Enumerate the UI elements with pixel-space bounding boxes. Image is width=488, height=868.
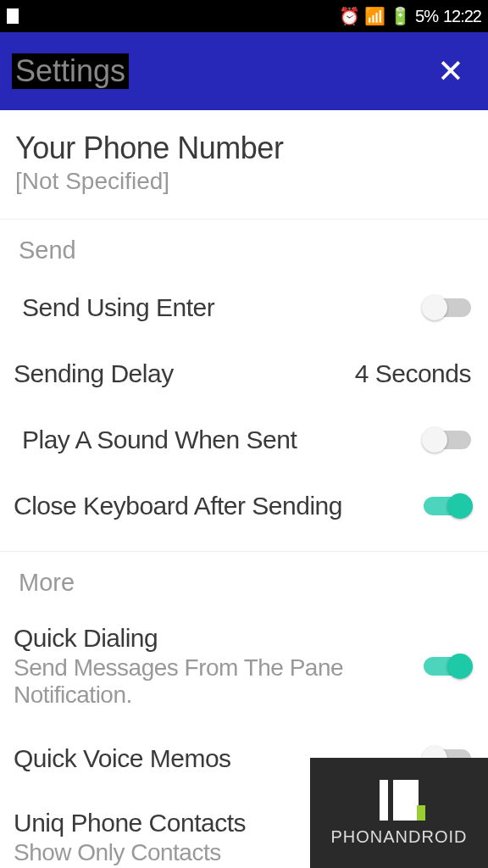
content: Your Phone Number [Not Specified] Send S…: [0, 110, 488, 868]
close-keyboard-toggle[interactable]: [424, 497, 471, 515]
send-using-enter-row[interactable]: Send Using Enter: [0, 275, 488, 341]
notification-icon: [7, 8, 19, 24]
close-icon[interactable]: ✕: [437, 53, 464, 90]
signal-icon: 📶: [364, 6, 385, 26]
more-section-header: More: [0, 552, 488, 607]
play-sound-toggle[interactable]: [424, 431, 471, 449]
send-using-enter-toggle[interactable]: [424, 298, 471, 317]
phone-number-label: Your Phone Number: [15, 131, 473, 166]
close-keyboard-row[interactable]: Close Keyboard After Sending: [0, 473, 488, 539]
clock-text: 12:22: [443, 7, 481, 26]
app-header: Settings ✕: [0, 32, 488, 110]
status-left: [7, 8, 19, 24]
status-bar: ⏰ 📶 🔋 5% 12:22: [0, 0, 488, 32]
quick-dialing-row[interactable]: Quick Dialing Send Messages From The Pan…: [0, 607, 488, 726]
quick-dialing-text: Quick Dialing Send Messages From The Pan…: [14, 624, 424, 709]
phone-number-value: [Not Specified]: [15, 168, 473, 195]
alarm-icon: ⏰: [339, 6, 359, 26]
watermark-text: PHONANDROID: [330, 827, 467, 847]
page-title: Settings: [12, 53, 129, 89]
close-keyboard-label: Close Keyboard After Sending: [14, 492, 342, 520]
send-section-header: Send: [0, 220, 488, 275]
sending-delay-label: Sending Delay: [14, 359, 174, 388]
unique-contacts-text: Uniq Phone Contacts Show Only Contacts: [14, 809, 246, 866]
sending-delay-value: 4 Seconds: [355, 359, 471, 388]
battery-text: 5%: [415, 7, 438, 26]
play-sound-row[interactable]: Play A Sound When Sent: [0, 407, 488, 473]
quick-dialing-toggle[interactable]: [424, 657, 471, 676]
unique-contacts-sub: Show Only Contacts: [14, 839, 246, 866]
battery-icon: 🔋: [390, 6, 410, 26]
send-using-enter-label: Send Using Enter: [22, 293, 214, 322]
watermark: PHONANDROID: [310, 758, 488, 868]
status-right: ⏰ 📶 🔋 5% 12:22: [339, 6, 481, 26]
quick-dialing-label: Quick Dialing: [14, 624, 424, 653]
quick-voice-label: Quick Voice Memos: [14, 744, 231, 773]
unique-contacts-label: Uniq Phone Contacts: [14, 809, 246, 837]
quick-dialing-sub: Send Messages From The Pane Notification…: [14, 654, 424, 709]
play-sound-label: Play A Sound When Sent: [22, 426, 297, 454]
sending-delay-row[interactable]: Sending Delay 4 Seconds: [0, 341, 488, 407]
watermark-logo-icon: [380, 780, 419, 821]
phone-number-section[interactable]: Your Phone Number [Not Specified]: [0, 110, 488, 220]
